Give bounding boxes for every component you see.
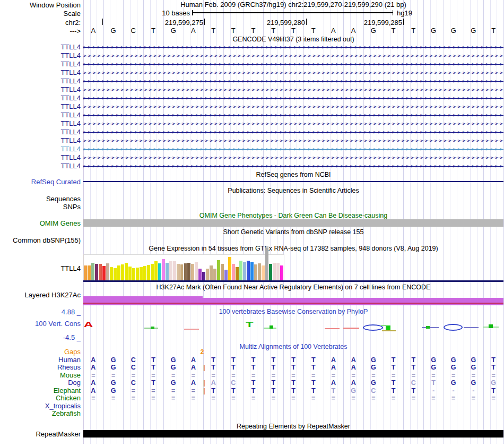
gencode-gene-row[interactable]: >>>>>>>>>>>>>>>>>>>>>>>>>>>>>>>>>>>>>>>>… xyxy=(83,43,503,52)
gencode-gene-row[interactable]: >>>>>>>>>>>>>>>>>>>>>>>>>>>>>>>>>>>>>>>>… xyxy=(83,162,503,170)
gtex-tissue-bar[interactable] xyxy=(221,264,224,280)
gencode-gene-label[interactable]: TTLL4 xyxy=(0,102,81,110)
gtex-tissue-bar[interactable] xyxy=(162,259,165,280)
gencode-gene-row[interactable]: >>>>>>>>>>>>>>>>>>>>>>>>>>>>>>>>>>>>>>>>… xyxy=(83,60,503,68)
gtex-tissue-bar[interactable] xyxy=(106,263,109,280)
multiz-species-zebrafish[interactable]: Zebrafish xyxy=(0,410,81,417)
gencode-gene-row[interactable]: >>>>>>>>>>>>>>>>>>>>>>>>>>>>>>>>>>>>>>>>… xyxy=(83,52,503,60)
gtex-tissue-bar[interactable] xyxy=(210,265,213,280)
multiz-species-dog[interactable]: Dog xyxy=(0,379,81,387)
gtex-tissue-bar[interactable] xyxy=(147,265,150,280)
gtex-tissue-bar[interactable] xyxy=(213,269,216,280)
gtex-tissue-bar[interactable] xyxy=(91,263,94,280)
gtex-gene-label[interactable]: TTLL4 xyxy=(0,264,81,272)
gencode-gene-row[interactable]: >>>>>>>>>>>>>>>>>>>>>>>>>>>>>>>>>>>>>>>>… xyxy=(83,119,503,128)
gencode-gene-row[interactable]: >>>>>>>>>>>>>>>>>>>>>>>>>>>>>>>>>>>>>>>>… xyxy=(83,94,503,102)
gtex-tissue-bar[interactable] xyxy=(102,266,106,280)
gencode-gene-label[interactable]: TTLL4 xyxy=(0,136,81,144)
gencode-gene-row[interactable]: >>>>>>>>>>>>>>>>>>>>>>>>>>>>>>>>>>>>>>>>… xyxy=(83,153,503,162)
gtex-tissue-bar[interactable] xyxy=(191,264,194,280)
gtex-tissue-bar[interactable] xyxy=(228,257,231,280)
gtex-tissue-bar[interactable] xyxy=(84,265,87,280)
gtex-tissue-bar[interactable] xyxy=(236,267,239,280)
multiz-species-chicken[interactable]: Chicken xyxy=(0,394,81,402)
gencode-gene-label[interactable]: TTLL4 xyxy=(0,60,81,68)
repeatmasker-label[interactable]: RepeatMasker xyxy=(0,430,81,438)
sequence-bases-row[interactable]: AGCTGATTTTTTAAGTTGGGT xyxy=(0,27,504,35)
omim-gene-bar[interactable] xyxy=(83,219,503,227)
gencode-gene-label[interactable]: TTLL4 xyxy=(0,119,81,127)
gencode-gene-label[interactable]: TTLL4 xyxy=(0,162,81,170)
gtex-tissue-bar[interactable] xyxy=(239,261,242,280)
gtex-tissue-bar[interactable] xyxy=(88,265,91,280)
gencode-gene-label[interactable]: TTLL4 xyxy=(0,128,81,136)
gtex-tissue-bar[interactable] xyxy=(95,264,98,280)
gtex-tissue-bar[interactable] xyxy=(177,264,180,280)
gencode-gene-row[interactable]: >>>>>>>>>>>>>>>>>>>>>>>>>>>>>>>>>>>>>>>>… xyxy=(83,85,503,94)
multiz-species-x_tropicalis[interactable]: X_tropicalis xyxy=(0,402,81,410)
gtex-tissue-bar[interactable] xyxy=(114,268,117,280)
sequences-label[interactable]: Sequences xyxy=(0,195,81,203)
multiz-species-rhesus[interactable]: Rhesus xyxy=(0,364,81,371)
gtex-tissue-bar[interactable] xyxy=(166,263,169,280)
gtex-tissue-bar[interactable] xyxy=(262,265,265,280)
gtex-tissue-bar[interactable] xyxy=(258,263,261,280)
gencode-gene-row[interactable]: >>>>>>>>>>>>>>>>>>>>>>>>>>>>>>>>>>>>>>>>… xyxy=(83,128,503,136)
gtex-tissue-bar[interactable] xyxy=(121,264,124,280)
gtex-tissue-bar[interactable] xyxy=(254,264,257,280)
gtex-tissue-bar[interactable] xyxy=(202,272,205,280)
gtex-tissue-bar[interactable] xyxy=(276,263,280,280)
gencode-gene-label[interactable]: TTLL4 xyxy=(0,153,81,161)
gtex-tissue-bar[interactable] xyxy=(273,263,276,280)
gtex-tissue-bar[interactable] xyxy=(250,262,254,280)
gencode-gene-row[interactable]: >>>>>>>>>>>>>>>>>>>>>>>>>>>>>>>>>>>>>>>>… xyxy=(83,102,503,111)
gtex-tissue-bar[interactable] xyxy=(143,266,146,280)
dbsnp-label[interactable]: Common dbSNP(155) xyxy=(0,236,81,244)
gencode-gene-row[interactable]: >>>>>>>>>>>>>>>>>>>>>>>>>>>>>>>>>>>>>>>>… xyxy=(83,111,503,119)
gtex-tissue-bar[interactable] xyxy=(232,264,235,280)
gencode-gene-label[interactable]: TTLL4 xyxy=(0,52,81,59)
gtex-tissue-bar[interactable] xyxy=(132,268,135,280)
gtex-tissue-bar[interactable] xyxy=(224,270,228,280)
multiz-species-human[interactable]: Human xyxy=(0,356,81,364)
gtex-tissue-bar[interactable] xyxy=(117,265,120,280)
snps-label[interactable]: SNPs xyxy=(0,203,81,211)
refseq-gene-bar[interactable] xyxy=(83,181,503,182)
gtex-tissue-bar[interactable] xyxy=(128,267,132,280)
gtex-tissue-bar[interactable] xyxy=(217,260,220,280)
gencode-gene-row[interactable]: >>>>>>>>>>>>>>>>>>>>>>>>>>>>>>>>>>>>>>>>… xyxy=(83,77,503,85)
gtex-tissue-bar[interactable] xyxy=(198,269,202,280)
gtex-tissue-bar[interactable] xyxy=(247,261,250,280)
gtex-tissue-bar[interactable] xyxy=(154,261,158,280)
gencode-gene-row[interactable]: >>>>>>>>>>>>>>>>>>>>>>>>>>>>>>>>>>>>>>>>… xyxy=(83,145,503,153)
phylop-label[interactable]: 100 Vert. Cons xyxy=(0,320,81,328)
gtex-tissue-bar[interactable] xyxy=(243,262,246,280)
gtex-tissue-bar[interactable] xyxy=(151,264,154,280)
gencode-gene-label[interactable]: TTLL4 xyxy=(0,43,81,51)
gencode-gene-label[interactable]: TTLL4 xyxy=(0,68,81,76)
gencode-gene-row[interactable]: >>>>>>>>>>>>>>>>>>>>>>>>>>>>>>>>>>>>>>>>… xyxy=(83,68,503,77)
gencode-gene-label[interactable]: TTLL4 xyxy=(0,85,81,93)
gtex-tissue-bar[interactable] xyxy=(140,267,143,280)
gtex-tissue-bar[interactable] xyxy=(269,264,272,280)
gtex-tissue-bar[interactable] xyxy=(180,264,184,280)
gtex-tissue-bar[interactable] xyxy=(173,261,176,280)
gtex-tissue-bar[interactable] xyxy=(184,263,187,280)
gtex-tissue-bar[interactable] xyxy=(158,263,161,280)
gtex-tissue-bar[interactable] xyxy=(280,265,283,280)
gtex-tissue-bar[interactable] xyxy=(136,268,139,280)
gtex-tissue-bar[interactable] xyxy=(99,264,102,280)
gencode-gene-label[interactable]: TTLL4 xyxy=(0,94,81,102)
gtex-tissue-bar[interactable] xyxy=(265,247,268,280)
gencode-gene-label[interactable]: TTLL4 xyxy=(0,145,81,153)
gencode-gene-label[interactable]: TTLL4 xyxy=(0,77,81,85)
gencode-gene-row[interactable]: >>>>>>>>>>>>>>>>>>>>>>>>>>>>>>>>>>>>>>>>… xyxy=(83,136,503,145)
h3k27ac-label[interactable]: Layered H3K27Ac xyxy=(0,291,81,299)
repeatmasker-element-bar[interactable] xyxy=(83,430,503,438)
gtex-tissue-bar[interactable] xyxy=(169,261,172,280)
gtex-tissue-bar[interactable] xyxy=(206,269,209,280)
gencode-gene-label[interactable]: TTLL4 xyxy=(0,111,81,119)
multiz-species-elephant[interactable]: Elephant xyxy=(0,387,81,394)
gtex-tissue-bar[interactable] xyxy=(195,262,198,280)
multiz-species-mouse[interactable]: Mouse xyxy=(0,372,81,379)
